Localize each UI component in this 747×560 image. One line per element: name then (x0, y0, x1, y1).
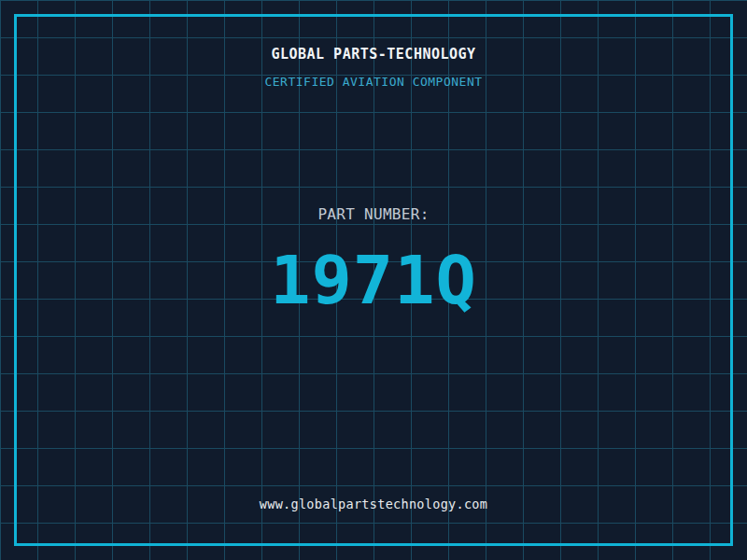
part-number-label: PART NUMBER: (0, 205, 747, 224)
brand-subtitle: CERTIFIED AVIATION COMPONENT (0, 74, 747, 91)
website-url: www.globalpartstechnology.com (0, 495, 747, 513)
part-number-value: 1971Q (0, 239, 747, 321)
brand-title: GLOBAL PARTS-TECHNOLOGY (0, 45, 747, 63)
